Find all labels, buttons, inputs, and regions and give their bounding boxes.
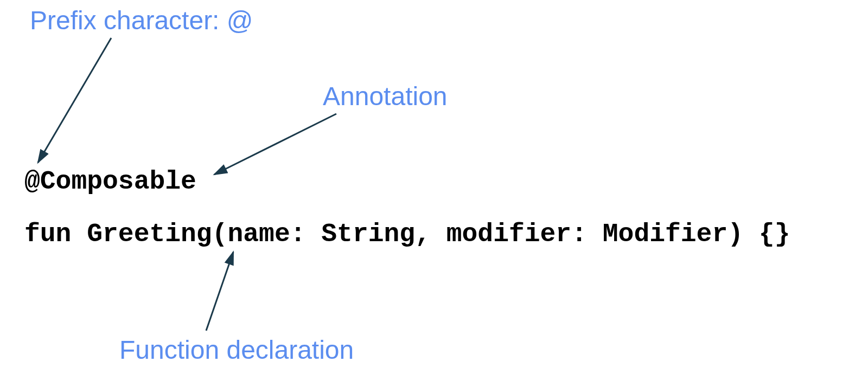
code-function: fun Greeting(name: String, modifier: Mod… bbox=[24, 219, 790, 249]
prefix-label: Prefix character: @ bbox=[30, 5, 253, 35]
arrow-prefix bbox=[38, 38, 111, 163]
arrow-function bbox=[206, 252, 233, 331]
arrow-annotation bbox=[214, 114, 336, 175]
function-declaration-label: Function declaration bbox=[119, 335, 354, 365]
annotation-label: Annotation bbox=[323, 81, 448, 111]
code-annotation: @Composable bbox=[24, 167, 196, 196]
